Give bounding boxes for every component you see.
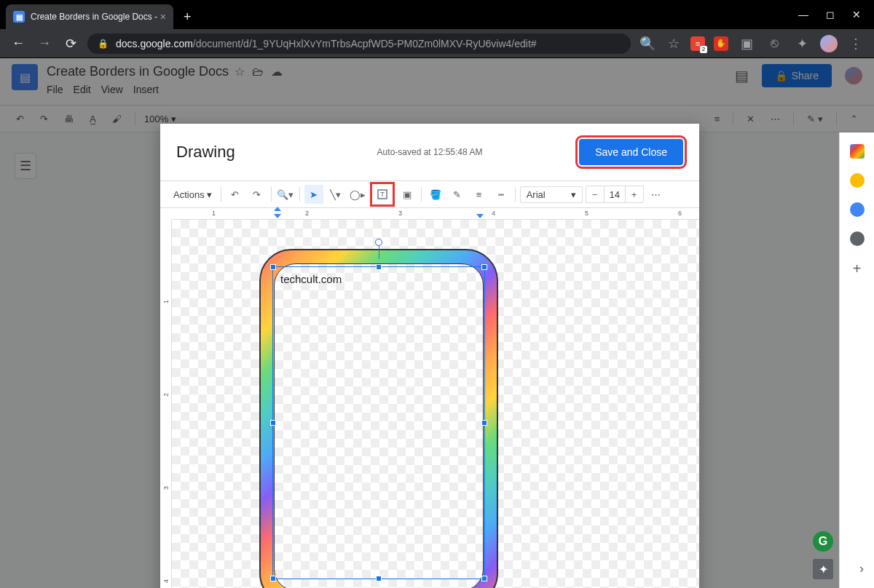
resize-handle-n[interactable] <box>376 264 382 270</box>
dropdown-icon: ▾ <box>207 189 212 200</box>
reload-icon[interactable]: ⟳ <box>61 36 80 52</box>
resize-handle-ne[interactable] <box>481 264 487 270</box>
browser-titlebar: ▤ Create Borders in Google Docs - × + — … <box>0 0 874 29</box>
textbox-selection[interactable]: techcult.com <box>272 266 485 579</box>
contacts-icon[interactable] <box>850 231 865 246</box>
search-icon[interactable]: 🔍 <box>638 36 657 52</box>
autosave-status: Auto-saved at 12:55:48 AM <box>377 147 483 157</box>
window-controls: — ◻ ✕ <box>798 9 874 29</box>
right-marker-icon[interactable] <box>476 214 484 218</box>
url-path: /document/d/1_9YUqHxlXvYmTrbsAcpfWD5-PM0… <box>193 38 537 49</box>
tasks-icon[interactable] <box>850 202 865 217</box>
new-tab-button[interactable]: + <box>184 9 192 25</box>
border-weight-icon[interactable]: ≡ <box>470 185 489 204</box>
ruler-horizontal: 1 2 3 4 5 6 <box>172 208 699 220</box>
dropdown-icon: ▾ <box>571 189 576 200</box>
textbox-tool-highlight: T <box>370 182 395 207</box>
url-field[interactable]: 🔒 docs.google.com/document/d/1_9YUqHxlXv… <box>87 33 631 54</box>
calendar-icon[interactable] <box>850 144 865 159</box>
image-tool-icon[interactable]: ▣ <box>398 185 417 204</box>
more-tools-icon[interactable]: ⋯ <box>647 185 666 204</box>
minimize-icon[interactable]: — <box>798 9 808 20</box>
dialog-title: Drawing <box>176 143 235 162</box>
address-bar: ← → ⟳ 🔒 docs.google.com/document/d/1_9YU… <box>0 29 874 58</box>
resize-handle-sw[interactable] <box>270 576 276 581</box>
hide-panel-icon[interactable]: › <box>859 561 864 576</box>
menu-icon[interactable]: ⋮ <box>846 36 865 52</box>
keep-icon[interactable] <box>850 173 865 188</box>
dialog-header: Drawing Auto-saved at 12:55:48 AM Save a… <box>160 124 699 180</box>
docs-favicon: ▤ <box>13 11 25 23</box>
border-dash-icon[interactable]: ┅ <box>492 185 511 204</box>
shape-tool-icon[interactable]: ◯▸ <box>348 185 367 204</box>
ruler-vertical: 1 2 3 4 5 <box>160 220 172 588</box>
add-panel-icon[interactable]: + <box>853 261 862 277</box>
resize-handle-e[interactable] <box>481 420 487 426</box>
pip-icon[interactable]: ▣ <box>737 36 756 52</box>
svg-text:T: T <box>380 191 385 198</box>
maximize-icon[interactable]: ◻ <box>826 9 835 20</box>
close-window-icon[interactable]: ✕ <box>852 9 861 20</box>
bookmark-icon[interactable]: ☆ <box>664 36 683 52</box>
line-tool-icon[interactable]: ╲▾ <box>326 185 345 204</box>
profile-avatar[interactable] <box>820 35 838 52</box>
increase-icon[interactable]: + <box>626 186 643 202</box>
docs-app: ▤ Create Borders in Google Docs ☆ 🗁 ☁ Fi… <box>0 58 874 588</box>
browser-tab[interactable]: ▤ Create Borders in Google Docs - × <box>6 4 173 29</box>
textbox-tool-icon[interactable]: T <box>373 185 392 204</box>
font-size-value[interactable]: 14 <box>604 186 626 202</box>
drawing-toolbar: Actions▾ ↶ ↷ 🔍▾ ➤ ╲▾ ◯▸ T ▣ 🪣 ✎ ≡ ┅ Aria… <box>160 180 699 208</box>
back-icon[interactable]: ← <box>9 36 28 51</box>
rotate-handle[interactable] <box>375 239 382 246</box>
explore-icon[interactable]: ✦ <box>813 559 833 579</box>
canvas-wrap: 1 2 3 4 5 techcult.com <box>160 220 699 588</box>
url-host: docs.google.com <box>116 38 193 49</box>
extension-icons: ≡2 ✋ ▣ ⎋ ✦ ⋮ <box>690 35 865 52</box>
grammarly-icon[interactable]: G <box>813 531 833 552</box>
side-panel: + <box>839 132 874 588</box>
resize-handle-s[interactable] <box>376 576 382 581</box>
font-select[interactable]: Arial▾ <box>520 186 583 203</box>
tab-title: Create Borders in Google Docs - <box>31 12 157 22</box>
save-and-close-button[interactable]: Save and Close <box>579 139 683 165</box>
fill-color-icon[interactable]: 🪣 <box>426 185 445 204</box>
textbox-text[interactable]: techcult.com <box>273 267 484 291</box>
close-tab-icon[interactable]: × <box>160 11 166 23</box>
extensions-icon[interactable]: ✦ <box>792 36 811 52</box>
rotate-line <box>379 246 379 259</box>
margin-marker-icon[interactable] <box>274 207 281 211</box>
todoist-ext-icon[interactable]: ≡2 <box>690 36 705 51</box>
border-color-icon[interactable]: ✎ <box>448 185 467 204</box>
resize-handle-se[interactable] <box>481 576 487 581</box>
redo-icon[interactable]: ↷ <box>248 185 267 204</box>
decrease-icon[interactable]: − <box>586 186 604 202</box>
resize-handle-w[interactable] <box>270 420 276 426</box>
indent-marker-icon[interactable] <box>274 214 281 218</box>
cast-icon[interactable]: ⎋ <box>765 36 784 51</box>
select-tool-icon[interactable]: ➤ <box>304 185 323 204</box>
resize-handle-nw[interactable] <box>270 264 276 270</box>
forward-icon[interactable]: → <box>35 36 54 51</box>
drawing-dialog: Drawing Auto-saved at 12:55:48 AM Save a… <box>160 124 699 588</box>
drawing-canvas[interactable]: techcult.com <box>172 220 699 588</box>
adblock-ext-icon[interactable]: ✋ <box>714 36 728 51</box>
font-size-stepper[interactable]: − 14 + <box>586 186 644 203</box>
actions-menu[interactable]: Actions▾ <box>169 186 216 203</box>
zoom-icon[interactable]: 🔍▾ <box>276 185 295 204</box>
lock-icon: 🔒 <box>98 39 109 49</box>
undo-icon[interactable]: ↶ <box>226 185 245 204</box>
